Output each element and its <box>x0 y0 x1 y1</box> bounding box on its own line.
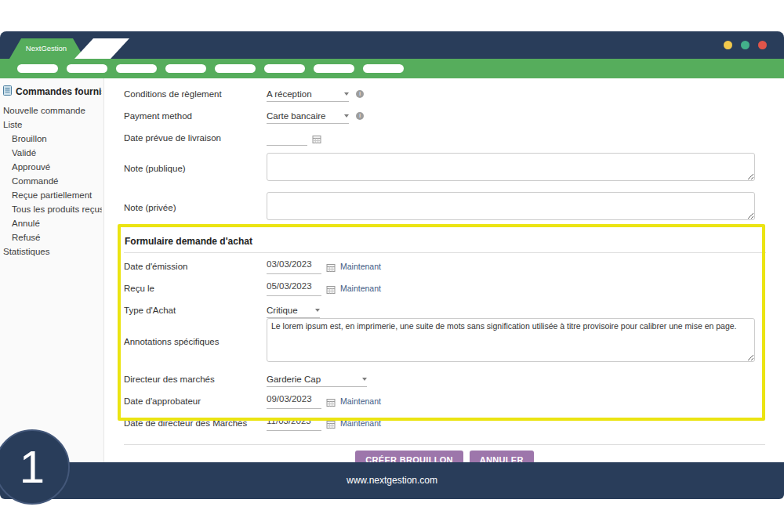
form-row-director-date: Date de directeur des Marchés 11/03/2023… <box>124 416 755 431</box>
sidebar-item-commande[interactable]: Commandé <box>3 174 102 188</box>
footer-bar: www.nextgestion.com <box>0 462 784 499</box>
nav-pill[interactable] <box>363 64 404 73</box>
calendar-icon[interactable] <box>326 418 336 432</box>
form-row-payment-terms: Conditions de règlement A réception <box>124 87 755 102</box>
sidebar: Commandes fournis... Nouvelle commande L… <box>0 78 104 462</box>
sidebar-item-brouillon[interactable]: Brouillon <box>3 132 102 146</box>
note-private-textarea[interactable] <box>267 192 755 220</box>
calendar-icon[interactable] <box>326 396 336 411</box>
minimize-dot-icon[interactable] <box>724 41 732 49</box>
nav-pill[interactable] <box>116 64 157 73</box>
payment-terms-select[interactable]: A réception <box>267 87 349 102</box>
form-row-approver-date: Date d'approbateur 09/03/2023 Maintenant <box>124 394 755 409</box>
document-icon <box>3 85 12 98</box>
form-row-note-private: Note (privée) <box>124 192 755 220</box>
now-link[interactable]: Maintenant <box>340 281 381 293</box>
purchase-type-select[interactable]: Critique <box>267 303 320 318</box>
app-window: NextGestion Commandes fournis... Nouvell… <box>0 0 784 532</box>
market-director-select[interactable]: Garderie Cap <box>267 372 367 387</box>
brand-tab[interactable]: NextGestion <box>8 38 85 59</box>
field-label: Date prévue de livraison <box>124 131 267 143</box>
approver-date-input[interactable]: 09/03/2023 <box>267 394 321 409</box>
form-row-issue-date: Date d'émission 03/03/2023 Maintenant <box>124 259 755 274</box>
calendar-icon[interactable] <box>326 284 336 298</box>
nav-pill[interactable] <box>264 64 305 73</box>
form-row-received-date: Reçu le 05/03/2023 Maintenant <box>124 281 755 296</box>
chevron-down-icon <box>315 309 320 312</box>
payment-method-select[interactable]: Carte bancaire <box>267 109 349 124</box>
calendar-icon[interactable] <box>312 133 321 147</box>
calendar-icon[interactable] <box>326 262 336 276</box>
issue-date-input[interactable]: 03/03/2023 <box>267 259 321 274</box>
nav-pill[interactable] <box>17 64 58 73</box>
order-form: Conditions de règlement A réception Paym… <box>105 78 784 462</box>
brand-label: NextGestion <box>26 44 67 52</box>
chevron-down-icon <box>344 92 349 96</box>
delivery-date-input[interactable] <box>267 131 307 146</box>
info-icon[interactable] <box>356 112 364 120</box>
field-label: Reçu le <box>124 281 267 293</box>
title-bar: NextGestion <box>0 31 784 59</box>
sidebar-item-liste[interactable]: Liste <box>3 118 102 132</box>
window-controls <box>724 41 767 49</box>
field-label: Date de directeur des Marchés <box>124 416 267 428</box>
market-director-value: Garderie Cap <box>267 375 321 384</box>
chevron-down-icon <box>362 378 367 381</box>
director-date-input[interactable]: 11/03/2023 <box>267 416 321 431</box>
secondary-tab[interactable] <box>74 38 129 59</box>
field-label: Conditions de règlement <box>124 87 267 99</box>
payment-method-value: Carte bancaire <box>267 111 325 121</box>
sidebar-item-annule[interactable]: Annulé <box>3 216 102 230</box>
form-row-note-public: Note (publique) <box>124 153 755 181</box>
field-label: Note (publique) <box>124 161 267 173</box>
field-label: Directeur des marchés <box>124 372 267 384</box>
now-link[interactable]: Maintenant <box>340 259 381 271</box>
chevron-down-icon <box>344 114 349 118</box>
form-row-payment-method: Payment method Carte bancaire <box>124 109 755 124</box>
nav-pill[interactable] <box>165 64 206 73</box>
field-label: Type d'Achat <box>124 303 267 315</box>
form-row-purchase-type: Type d'Achat Critique <box>124 303 755 318</box>
main-nav-bar <box>0 59 784 78</box>
form-row-market-director: Directeur des marchés Garderie Cap <box>124 372 755 387</box>
field-label: Date d'approbateur <box>124 394 267 406</box>
received-date-input[interactable]: 05/03/2023 <box>267 281 321 296</box>
maximize-dot-icon[interactable] <box>741 41 750 49</box>
sidebar-item-statistiques[interactable]: Statistiques <box>3 244 102 259</box>
sidebar-item-refuse[interactable]: Refusé <box>3 230 102 244</box>
field-label: Payment method <box>124 109 267 121</box>
info-icon[interactable] <box>356 90 364 98</box>
page-number: 1 <box>20 441 45 492</box>
sidebar-item-nouvelle-commande[interactable]: Nouvelle commande <box>3 103 102 118</box>
main-area: Commandes fournis... Nouvelle commande L… <box>0 78 784 462</box>
nav-pill[interactable] <box>67 64 107 73</box>
note-public-textarea[interactable] <box>267 153 755 181</box>
sidebar-item-approuve[interactable]: Approuvé <box>3 160 102 174</box>
payment-terms-value: A réception <box>267 89 312 99</box>
nav-pill[interactable] <box>215 64 256 73</box>
section-title: Formulaire demande d'achat <box>124 231 766 253</box>
close-dot-icon[interactable] <box>758 41 767 49</box>
form-row-annotations: Annotations spécifiques Le lorem ipsum e… <box>124 318 755 362</box>
sidebar-title[interactable]: Commandes fournis... <box>3 85 102 98</box>
sidebar-item-recue-partiellement[interactable]: Reçue partiellement <box>3 188 102 202</box>
form-row-delivery-date: Date prévue de livraison <box>124 131 755 146</box>
now-link[interactable]: Maintenant <box>340 416 381 428</box>
field-label: Note (privée) <box>124 201 267 212</box>
field-label: Annotations spécifiques <box>124 335 267 346</box>
now-link[interactable]: Maintenant <box>340 394 381 406</box>
sidebar-item-valide[interactable]: Validé <box>3 146 102 160</box>
field-label: Date d'émission <box>124 259 267 271</box>
annotations-textarea[interactable]: Le lorem ipsum est, en imprimerie, une s… <box>267 318 755 362</box>
purchase-type-value: Critique <box>267 306 298 315</box>
footer-url: www.nextgestion.com <box>347 475 437 486</box>
nav-pill[interactable] <box>314 64 354 73</box>
sidebar-title-label: Commandes fournis... <box>16 86 102 97</box>
sidebar-item-produits-recus[interactable]: Tous les produits reçus <box>3 202 102 216</box>
